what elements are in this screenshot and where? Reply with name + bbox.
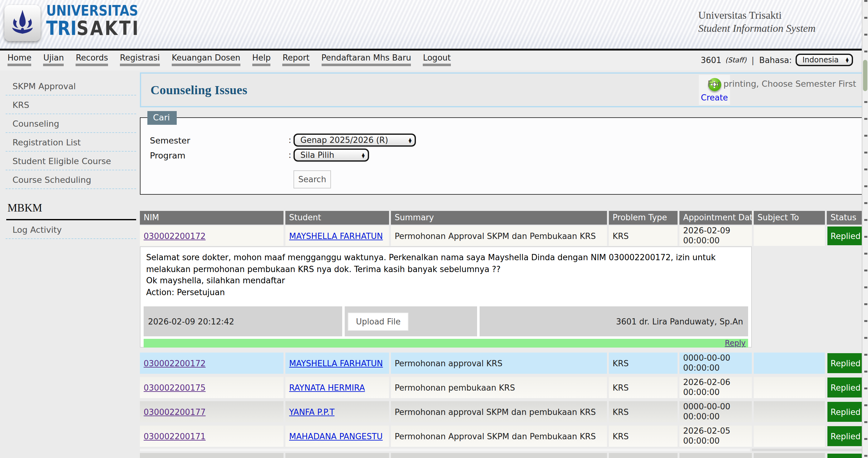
nav-item-records[interactable]: Records <box>76 53 108 66</box>
appt-time: 00:00:00 <box>683 388 720 397</box>
nim-link[interactable]: 030002200175 <box>144 383 206 392</box>
nav-item-pendaftaran-mhs-baru[interactable]: Pendaftaran Mhs Baru <box>321 53 411 66</box>
nav-item-ujian[interactable]: Ujian <box>43 53 64 66</box>
col-header-summary: Summary <box>391 211 607 225</box>
cell-nim: 030002200172 <box>140 353 283 374</box>
table-row: 030002200177 YANFA P.P.T Permohonan appr… <box>140 401 863 422</box>
nim-link[interactable]: 030002200172 <box>144 231 206 240</box>
cell-subject-to <box>754 377 825 398</box>
search-fieldset: Cari Semester : Genap 2025/2026 (R) ▲▼ P… <box>140 117 863 195</box>
status-badge: Replied <box>828 426 862 446</box>
semester-select-value: Genap 2025/2026 (R) <box>300 135 403 145</box>
sidebar-item-student-eligible-course[interactable]: Student Eligible Course <box>6 152 136 170</box>
staff-reply-line1: Ok mayshella, silahkan mendaftar <box>144 275 748 287</box>
cell-subject-to <box>754 353 825 374</box>
table-row: 030002200175 RAYNATA HERMIRA Permohonan … <box>140 377 863 398</box>
cell-subject-to <box>754 401 825 422</box>
cell-summary <box>391 453 607 458</box>
user-role: (Staff) <box>725 56 746 64</box>
sidebar-item-registration-list[interactable]: Registration List <box>6 133 136 152</box>
cell-nim: 030002200177 <box>140 401 283 422</box>
trisakti-emblem-icon <box>8 8 37 38</box>
upload-cell: Upload File <box>345 306 477 336</box>
student-message: Selamat sore dokter, mohon maaf menggang… <box>144 252 748 275</box>
search-button[interactable]: Search <box>293 170 331 189</box>
cell-appointment: 0000-00-0000:00:00 <box>679 353 752 374</box>
sidebar-item-skpm-approval[interactable]: SKPM Approval <box>6 77 136 95</box>
nav-item-home[interactable]: Home <box>7 53 32 66</box>
scrollbar-thumb[interactable] <box>863 60 867 91</box>
reply-link[interactable]: Reply <box>725 339 746 348</box>
cell-appointment: 0000-00-0000:00:00 <box>679 401 752 422</box>
upload-file-button[interactable]: Upload File <box>348 312 409 330</box>
thread-footer: 2026-02-09 20:12:42 Upload File 3601 dr.… <box>144 306 748 336</box>
system-title-line2: Student Information System <box>698 22 815 35</box>
status-badge: Replied <box>828 353 862 373</box>
cell-summary: Permohonan pembukaan KRS <box>391 377 607 398</box>
vertical-scrollbar[interactable] <box>862 0 868 458</box>
cell-status: Replied <box>827 426 863 447</box>
cell-problem-type <box>609 453 678 458</box>
nav-item-keuangan-dosen[interactable]: Keuangan Dosen <box>172 53 240 66</box>
chevron-updown-icon: ▲▼ <box>362 153 365 158</box>
cell-subject-to <box>754 426 825 447</box>
col-header-subject-to: Subject To <box>754 211 825 225</box>
col-header-appointment-date: Appointment Date <box>679 211 752 225</box>
nav-item-registrasi[interactable]: Registrasi <box>120 53 160 66</box>
student-link[interactable]: RAYNATA HERMIRA <box>289 383 365 392</box>
sidebar-item-course-scheduling[interactable]: Course Scheduling <box>6 170 136 189</box>
system-title: Universitas Trisakti Student Information… <box>698 9 815 35</box>
user-id: 3601 <box>701 55 721 65</box>
student-link[interactable]: MAYSHELLA FARHATUN <box>289 231 383 240</box>
col-header-student: Student <box>285 211 389 225</box>
table-row: 0000-00-00 <box>140 453 863 458</box>
table-row: 030002200171 MAHADANA PANGESTU Permohona… <box>140 426 863 447</box>
cell-subject-to <box>754 453 825 458</box>
cell-status: Replied <box>827 353 863 374</box>
appt-date: 2026-02-05 <box>683 426 730 436</box>
nim-link[interactable]: 030002200171 <box>144 431 206 441</box>
cell-status: Replied <box>827 377 863 398</box>
cell-problem-type: KRS <box>609 426 678 447</box>
cell-problem-type: KRS <box>609 377 678 398</box>
sidebar-item-log-activity[interactable]: Log Activity <box>6 220 136 239</box>
language-select[interactable]: Indonesia ▲▼ <box>796 54 853 66</box>
page-title: Counseling Issues <box>151 83 247 97</box>
logo-wordmark: UNIVERSITAS TRISAKTI <box>46 4 140 38</box>
student-link[interactable]: MAYSHELLA FARHATUN <box>289 358 383 368</box>
cell-subject-to <box>754 226 825 246</box>
page-viewport: UNIVERSITAS TRISAKTI Universitas Trisakt… <box>0 0 868 458</box>
semester-select[interactable]: Genap 2025/2026 (R) ▲▼ <box>293 134 416 146</box>
chevron-updown-icon: ▲▼ <box>846 57 849 62</box>
language-select-value: Indonesia <box>802 56 840 64</box>
cell-summary: Permohonan Approval SKPM dan Pembukaan K… <box>391 426 607 447</box>
nim-link[interactable]: 030002200177 <box>144 407 206 417</box>
cell-student: MAYSHELLA FARHATUN <box>285 353 389 374</box>
logo-line1: UNIVERSITAS <box>46 4 140 18</box>
appt-date: 2026-02-09 <box>683 226 730 236</box>
print-note: For printing, Choose Semester First <box>708 78 856 89</box>
cell-nim: 030002200171 <box>140 426 283 447</box>
status-badge: Replied <box>828 402 862 422</box>
main-panel: Counseling Issues + Create For printing,… <box>137 70 868 458</box>
program-select[interactable]: Sila Pilih ▲▼ <box>293 149 369 162</box>
staff-reply-line2: Action: Persetujuan <box>144 287 748 298</box>
student-link[interactable]: YANFA P.P.T <box>289 407 334 417</box>
nim-link[interactable]: 030002200172 <box>144 358 206 368</box>
thread-responder: 3601 dr. Lira Panduwaty, Sp.An <box>479 306 748 336</box>
sidebar-item-counseling[interactable]: Counseling <box>6 114 136 133</box>
nav-item-report[interactable]: Report <box>283 53 309 66</box>
nav-item-logout[interactable]: Logout <box>423 53 451 66</box>
university-logo <box>4 5 40 41</box>
content-area: SKPM Approval KRS Counseling Registratio… <box>0 70 868 458</box>
cell-appointment: 2026-02-0500:00:00 <box>679 426 752 447</box>
appt-time: 00:00:00 <box>683 363 720 373</box>
sidebar-item-krs[interactable]: KRS <box>6 95 136 114</box>
cell-student: RAYNATA HERMIRA <box>285 377 389 398</box>
colon: : <box>288 135 293 145</box>
cell-student <box>285 453 389 458</box>
student-link[interactable]: MAHADANA PANGESTU <box>289 431 383 441</box>
search-legend: Cari <box>147 111 177 125</box>
col-header-nim: NIM <box>140 211 283 225</box>
nav-item-help[interactable]: Help <box>252 53 271 66</box>
